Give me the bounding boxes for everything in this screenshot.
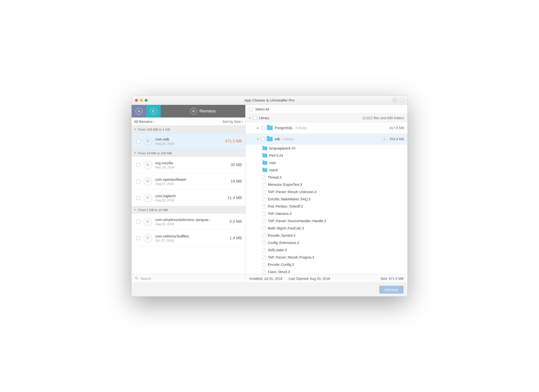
tree-item-name: TAP::Parser::SourceHandler::Handle.3 xyxy=(268,219,326,223)
tree-subfolder-row[interactable]: man3 xyxy=(246,166,407,174)
row-name: com.operasoftware xyxy=(155,177,227,181)
file-icon xyxy=(262,190,266,194)
tree-subfolder-row[interactable]: languagepack-10 xyxy=(246,145,407,152)
tree-file-row[interactable]: Pod::Perldoc::ToNroff.3 xyxy=(246,203,407,210)
row-checkbox[interactable] xyxy=(136,220,140,224)
select-all-label: Select All xyxy=(255,107,269,111)
chevron-down-icon: ▾ xyxy=(153,120,154,123)
tree-file-row[interactable]: TAP::Parser::Result::Unknown.3 xyxy=(246,188,407,196)
info-button[interactable]: i xyxy=(400,98,405,103)
remains-icon: R xyxy=(144,137,152,145)
row-checkbox[interactable] xyxy=(136,196,140,200)
minimize-window-button[interactable] xyxy=(140,99,143,102)
sort-by-size[interactable]: Sort by Size ▾ xyxy=(222,120,243,124)
row-size: 6.6 MB xyxy=(230,220,242,224)
tab-extensions[interactable]: E xyxy=(146,105,161,118)
group-header[interactable]: ▼From 10 MB to 100 MB xyxy=(132,149,245,157)
search-bar xyxy=(132,274,245,283)
library-count: 12,612 files and 689 folders xyxy=(362,116,404,120)
tree-file-row[interactable]: Config::Extensions.3 xyxy=(246,239,407,246)
remains-row[interactable]: Rorg.mozillaMay 18, 201830 MB xyxy=(132,157,245,173)
disclosure-triangle-icon[interactable]: ▼ xyxy=(134,209,136,211)
tree-folder-row[interactable]: ▶PostgreSQL/Library417.6 MB xyxy=(246,122,407,133)
tree-folder-row[interactable]: ▼edb/Library➦253.8 MB xyxy=(246,133,407,145)
tree-file-row[interactable]: Class::Struct.3 xyxy=(246,268,407,274)
file-icon xyxy=(262,204,266,209)
tree-file-row[interactable]: Encode::Config.3 xyxy=(246,261,407,268)
tab-remains-label: Remains xyxy=(199,109,216,114)
folder-icon xyxy=(262,168,267,172)
row-checkbox[interactable] xyxy=(136,139,140,143)
tree-item-name: Perl-5.24 xyxy=(269,154,283,157)
remains-row[interactable]: Rcom.nektony.findfilesJun 27, 20181.4 MB xyxy=(132,230,245,246)
filter-left-label: All Remains xyxy=(134,120,152,124)
row-size: 30 MB xyxy=(231,163,242,167)
group-header[interactable]: ▼From 100 MB to 1 GB xyxy=(132,126,245,133)
remains-icon: R xyxy=(144,177,152,186)
window-title: App Cleaner & Uninstaller Pro xyxy=(132,98,407,102)
tree-file-row[interactable]: SelfLoader.3 xyxy=(246,246,407,254)
disclosure-triangle-icon[interactable]: ▼ xyxy=(249,117,251,119)
disclosure-triangle-icon[interactable]: ▶ xyxy=(257,127,259,129)
disclosure-triangle-icon[interactable]: ▼ xyxy=(134,128,136,131)
tree-file-row[interactable]: TAP::Parser::Result::Pragma.3 xyxy=(246,254,407,261)
row-date: May 18, 2018 xyxy=(155,165,227,169)
tree-item-name: Class::Struct.3 xyxy=(268,270,290,274)
tree-size: 253.8 MB xyxy=(389,137,404,141)
tree-folder-path: /Library xyxy=(283,137,294,141)
file-icon xyxy=(262,197,266,201)
row-checkbox[interactable] xyxy=(136,180,140,183)
remains-row[interactable]: Rcom.edbAug 20, 2018671.5 MB xyxy=(132,133,245,149)
remains-row[interactable]: Rcom.simplexsolutionsinc.vpnguar...Aug 2… xyxy=(132,213,245,230)
zoom-window-button[interactable] xyxy=(145,99,148,102)
tree-file-row[interactable]: TAP::Harness.3 xyxy=(246,210,407,217)
remains-list[interactable]: ▼From 100 MB to 1 GBRcom.edbAug 20, 2018… xyxy=(132,126,245,274)
tree-file-row[interactable]: Encode::Symbol.3 xyxy=(246,232,407,239)
tree-file-row[interactable]: Thread.3 xyxy=(246,174,407,181)
tab-remains[interactable]: R Remains xyxy=(161,105,245,118)
tree-file-row[interactable]: Math::BigInt::FastCalc.3 xyxy=(246,225,407,232)
select-all-checkbox[interactable] xyxy=(249,107,253,111)
select-all-row: Select All xyxy=(246,105,407,114)
tree-item-name: Thread.3 xyxy=(268,175,281,179)
row-checkbox[interactable] xyxy=(136,163,140,167)
filter-all-remains[interactable]: All Remains ▾ xyxy=(134,120,154,124)
tree-file-row[interactable]: ExtUtils::MakeMaker::FAQ.3 xyxy=(246,196,407,203)
tree-checkbox[interactable] xyxy=(261,137,265,141)
library-header[interactable]: ▼ Library 12,612 files and 689 folders xyxy=(246,114,407,122)
folder-icon xyxy=(267,137,273,141)
tree-file-row[interactable]: Memoize::ExpireTest.3 xyxy=(246,181,407,188)
file-icon xyxy=(262,182,266,187)
svg-point-0 xyxy=(135,277,137,279)
feedback-button[interactable] xyxy=(392,98,398,103)
search-input[interactable] xyxy=(140,277,242,281)
remains-icon: R xyxy=(144,194,152,202)
file-icon xyxy=(262,226,266,230)
tree-folder-name: edb xyxy=(275,137,280,141)
file-icon xyxy=(262,175,266,180)
tree-folder-path: /Library xyxy=(295,126,307,130)
remains-row[interactable]: Rcom.logitechAug 20, 201811.4 MB xyxy=(132,190,245,206)
group-header[interactable]: ▼From 1 KB to 10 MB xyxy=(132,206,245,213)
tree-subfolder-row[interactable]: Perl-5.24 xyxy=(246,152,407,159)
tab-apps[interactable]: A xyxy=(132,105,146,118)
disclosure-triangle-icon[interactable]: ▼ xyxy=(134,152,136,154)
remains-row[interactable]: Rcom.operasoftwareAug 27, 201819 MB xyxy=(132,173,245,190)
tree-subfolder-row[interactable]: man xyxy=(246,159,407,166)
remove-button[interactable]: Remove xyxy=(379,286,404,294)
row-checkbox[interactable] xyxy=(136,236,140,240)
row-name: com.logitech xyxy=(155,194,224,198)
reveal-in-finder-button[interactable]: ➦ xyxy=(382,137,387,141)
file-tree[interactable]: ▶PostgreSQL/Library417.6 MB▼edb/Library➦… xyxy=(246,122,407,274)
chevron-down-icon: ▾ xyxy=(242,120,243,123)
row-size: 1.4 MB xyxy=(230,236,242,240)
close-window-button[interactable] xyxy=(135,99,138,102)
file-icon xyxy=(262,241,266,245)
tree-file-row[interactable]: TAP::Parser::SourceHandler::Handle.3 xyxy=(246,217,407,225)
row-name: com.simplexsolutionsinc.vpnguar... xyxy=(155,218,226,222)
titlebar: App Cleaner & Uninstaller Pro i xyxy=(132,96,407,105)
tree-checkbox[interactable] xyxy=(261,126,265,130)
disclosure-triangle-icon[interactable]: ▼ xyxy=(257,138,259,140)
library-checkbox[interactable] xyxy=(253,116,257,120)
file-icon xyxy=(262,233,266,238)
